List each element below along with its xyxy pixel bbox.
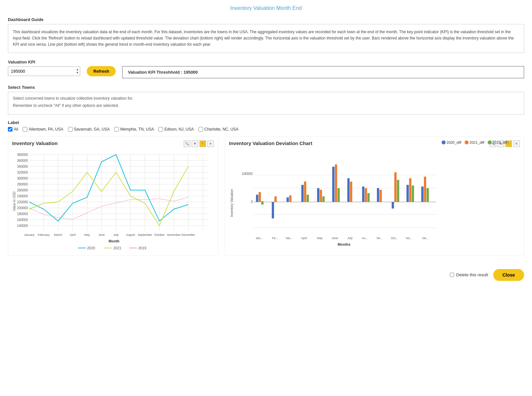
checkbox-allentown-input[interactable] xyxy=(23,127,27,132)
svg-rect-73 xyxy=(301,185,304,202)
svg-rect-77 xyxy=(320,190,322,202)
svg-text:140000: 140000 xyxy=(17,224,28,228)
svg-text:2019: 2019 xyxy=(138,246,146,250)
delete-checkbox-row: Delete this result xyxy=(450,272,488,277)
svg-rect-74 xyxy=(304,182,306,202)
svg-text:Month: Month xyxy=(109,239,120,243)
svg-text:December: December xyxy=(181,233,195,236)
kpi-arrow-up[interactable]: ▲ xyxy=(76,68,79,71)
svg-rect-76 xyxy=(317,188,319,202)
menu-button[interactable]: ≡ xyxy=(207,140,214,147)
dev-legend-2020-dot xyxy=(442,140,446,144)
kpi-display-prefix: Valuation KPI Threshhold : xyxy=(128,70,183,75)
checkbox-memphis-input[interactable] xyxy=(114,127,119,132)
delete-result-label: Delete this result xyxy=(456,272,488,277)
svg-text:300000: 300000 xyxy=(17,177,28,180)
kpi-input-block: Valuation KPI ▲ ▼ xyxy=(8,60,80,76)
svg-text:340000: 340000 xyxy=(17,165,28,168)
label-section: Label All Allentown, PA, USA Savannah, G… xyxy=(8,120,524,132)
checkbox-charlotte-label: Charlotte, NC, USA xyxy=(204,127,239,132)
checkbox-edison-input[interactable] xyxy=(158,127,163,132)
svg-text:200000: 200000 xyxy=(17,206,28,210)
checkbox-charlotte: Charlotte, NC, USA xyxy=(198,127,239,132)
svg-text:Inventory Valuation: Inventory Valuation xyxy=(230,189,234,217)
svg-text:320000: 320000 xyxy=(17,171,28,174)
svg-rect-94 xyxy=(412,186,414,202)
warning-button[interactable]: ! xyxy=(199,140,206,147)
svg-rect-91 xyxy=(397,180,399,202)
svg-rect-90 xyxy=(394,172,397,202)
checkbox-all-input[interactable] xyxy=(8,127,12,132)
checkbox-savannah-label: Savannah, GA, USA xyxy=(74,127,110,132)
checkbox-allentown-label: Allentown, PA, USA xyxy=(29,127,63,132)
close-button[interactable]: Close xyxy=(493,269,524,281)
towns-title: Select Towns xyxy=(8,85,524,90)
kpi-display-value: 195000 xyxy=(183,70,197,75)
dev-legend-2019: 2019_diff xyxy=(488,140,507,144)
svg-text:May: May xyxy=(84,233,90,236)
dashboard-guide-box: This dashboard visualizes the inventory … xyxy=(8,24,524,53)
dev-menu-button[interactable]: ≡ xyxy=(513,140,520,147)
label-title: Label xyxy=(8,120,524,125)
guide-title: Dashboard Guide xyxy=(8,17,524,22)
checkbox-charlotte-input[interactable] xyxy=(198,127,203,132)
svg-rect-87 xyxy=(377,188,379,202)
checkbox-edison: Edison, NJ, USA xyxy=(158,127,194,132)
svg-text:September: September xyxy=(138,233,152,236)
dev-legend-2020: 2020_diff xyxy=(442,140,461,144)
svg-rect-93 xyxy=(409,178,411,202)
svg-text:May: May xyxy=(317,236,323,240)
checkbox-row: All Allentown, PA, USA Savannah, GA, USA… xyxy=(8,127,524,132)
deviation-legend: 2020_diff 2021_diff 2019_diff xyxy=(442,140,507,144)
kpi-input[interactable] xyxy=(8,66,80,76)
svg-text:July: July xyxy=(347,236,353,240)
dev-legend-2020-label: 2020_diff xyxy=(447,140,461,144)
line-chart-container: Inventory Valuation 🔍 ✕ ! ≡ 380000 36000… xyxy=(8,136,218,256)
svg-rect-95 xyxy=(421,186,424,202)
refresh-button[interactable]: Refresh xyxy=(87,66,116,76)
dev-legend-2019-dot xyxy=(488,140,492,144)
svg-text:August: August xyxy=(126,233,135,236)
checkbox-all: All xyxy=(8,127,18,132)
svg-text:Value in USD: Value in USD xyxy=(12,191,16,211)
svg-rect-88 xyxy=(380,190,382,202)
towns-box: Select concerned towns to visualize coll… xyxy=(8,92,524,115)
charts-row: Inventory Valuation 🔍 ✕ ! ≡ 380000 36000… xyxy=(8,136,524,256)
svg-text:Fe...: Fe... xyxy=(272,236,278,240)
svg-rect-67 xyxy=(259,192,261,202)
svg-rect-86 xyxy=(367,193,370,202)
guide-text: This dashboard visualizes the inventory … xyxy=(13,29,519,48)
kpi-arrows[interactable]: ▲ ▼ xyxy=(76,68,79,74)
svg-text:0: 0 xyxy=(251,200,253,204)
svg-text:April: April xyxy=(70,233,76,236)
svg-text:380000: 380000 xyxy=(17,153,28,157)
svg-text:220000: 220000 xyxy=(17,200,28,204)
svg-rect-68 xyxy=(261,201,264,205)
svg-text:260000: 260000 xyxy=(17,188,28,192)
svg-text:March: March xyxy=(54,233,62,236)
deviation-chart-svg: Inventory Valuation 100000 0 xyxy=(229,149,439,251)
svg-text:360000: 360000 xyxy=(17,159,28,162)
checkbox-savannah: Savannah, GA, USA xyxy=(68,127,110,132)
checkbox-savannah-input[interactable] xyxy=(68,127,73,132)
checkbox-allentown: Allentown, PA, USA xyxy=(23,127,63,132)
svg-text:Se...: Se... xyxy=(377,236,383,240)
delete-result-checkbox[interactable] xyxy=(450,273,454,277)
svg-rect-80 xyxy=(335,164,337,202)
zoom-button[interactable]: 🔍 xyxy=(184,140,190,147)
svg-text:April: April xyxy=(301,236,307,240)
svg-rect-85 xyxy=(365,188,367,202)
kpi-row: Valuation KPI ▲ ▼ Refresh Valuation KPI … xyxy=(8,60,524,78)
svg-rect-97 xyxy=(427,188,429,202)
svg-text:June: June xyxy=(98,233,105,236)
svg-text:November: November xyxy=(167,233,181,236)
svg-text:February: February xyxy=(38,233,50,236)
kpi-arrow-down[interactable]: ▼ xyxy=(76,71,79,74)
line-chart-toolbar: 🔍 ✕ ! ≡ xyxy=(184,140,214,147)
svg-rect-81 xyxy=(337,188,340,202)
svg-rect-70 xyxy=(274,196,277,202)
kpi-display-box: Valuation KPI Threshhold : 195000 xyxy=(122,66,524,78)
svg-rect-82 xyxy=(347,178,350,202)
svg-rect-84 xyxy=(362,186,364,202)
close-chart-button[interactable]: ✕ xyxy=(192,140,198,147)
